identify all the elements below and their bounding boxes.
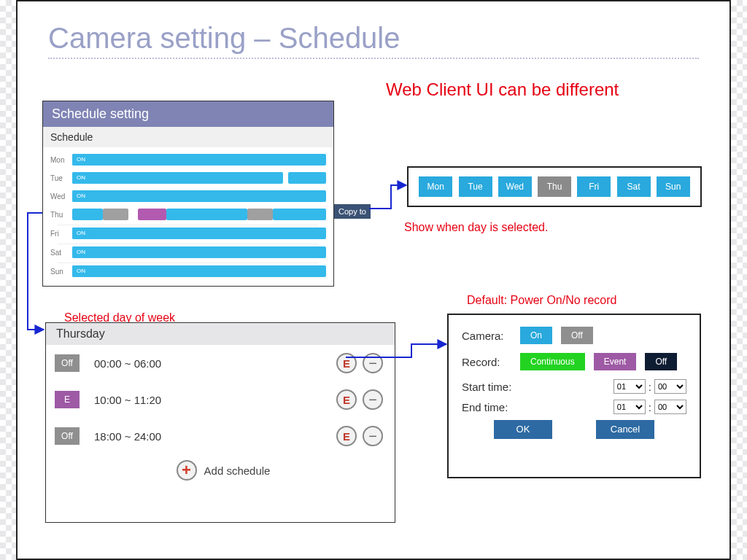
on-badge: ON — [72, 228, 90, 239]
plus-icon: + — [177, 460, 197, 481]
on-badge: ON — [72, 265, 90, 277]
on-badge: ON — [72, 190, 90, 202]
day-label: Sat — [50, 249, 72, 257]
start-hour-select[interactable]: 01 — [614, 379, 646, 394]
timeline-area: Mon ON Tue ON Wed — [43, 147, 333, 286]
slot-time: 10:00 ~ 11:20 — [94, 394, 330, 406]
day-detail-panel: Thursday Off 00:00 ~ 06:00 E − E 10:00 ~… — [45, 322, 395, 523]
schedule-slot: Off 00:00 ~ 06:00 E − — [46, 345, 395, 381]
day-button-sun[interactable]: Sun — [657, 176, 690, 197]
slot-tag: Off — [55, 427, 80, 445]
page-title: Camera setting – Schedule — [48, 22, 699, 55]
on-badge: ON — [72, 154, 90, 166]
copy-to-days-bar: Mon Tue Wed Thu Fri Sat Sun — [407, 166, 702, 207]
record-off-button[interactable]: Off — [645, 353, 677, 370]
day-detail-head: Thursday — [46, 323, 395, 345]
day-button-tue[interactable]: Tue — [459, 176, 492, 197]
copy-to-button[interactable]: Copy to — [334, 204, 371, 219]
camera-on-button[interactable]: On — [520, 327, 552, 344]
camera-off-button[interactable]: Off — [561, 327, 593, 344]
day-button-fri[interactable]: Fri — [577, 176, 611, 197]
day-row-tue[interactable]: Tue ON — [50, 170, 326, 186]
day-button-wed[interactable]: Wed — [498, 176, 532, 197]
slot-tag: E — [55, 391, 80, 408]
day-label: Wed — [50, 192, 72, 201]
end-min-select[interactable]: 00 — [654, 400, 686, 414]
day-button-mon[interactable]: Mon — [419, 176, 452, 197]
slot-remove-button[interactable]: − — [363, 426, 383, 446]
on-badge: ON — [72, 246, 90, 258]
record-label: Record: — [462, 356, 520, 368]
slot-edit-button[interactable]: E — [336, 426, 357, 446]
schedule-slot: Off 18:00 ~ 24:00 E − — [46, 418, 395, 454]
slot-time: 00:00 ~ 06:00 — [94, 357, 330, 370]
day-row-wed[interactable]: Wed ON — [50, 188, 326, 204]
end-time-label: End time: — [462, 401, 527, 413]
record-continuous-button[interactable]: Continuous — [520, 353, 585, 370]
start-min-select[interactable]: 00 — [654, 379, 686, 394]
day-label: Fri — [50, 230, 72, 238]
slot-tag: Off — [55, 354, 80, 372]
day-row-thu[interactable]: Thu — [50, 206, 326, 222]
web-client-note: Web Client UI can be different — [386, 79, 641, 101]
schedule-slot: E 10:00 ~ 11:20 E − — [46, 381, 395, 418]
default-note: Default: Power On/No record — [467, 293, 616, 307]
day-row-sun[interactable]: Sun ON — [50, 263, 326, 279]
slot-remove-button[interactable]: − — [363, 353, 383, 373]
slot-time: 18:00 ~ 24:00 — [94, 430, 330, 443]
show-when-selected-note: Show when day is selected. — [404, 220, 548, 234]
cancel-button[interactable]: Cancel — [596, 420, 654, 439]
ok-button[interactable]: OK — [494, 420, 552, 439]
end-hour-select[interactable]: 01 — [614, 400, 646, 414]
day-label: Sun — [50, 268, 72, 276]
day-button-sat[interactable]: Sat — [617, 176, 651, 197]
day-button-thu[interactable]: Thu — [538, 176, 571, 197]
day-row-sat[interactable]: Sat ON — [50, 244, 326, 260]
schedule-subtitle: Schedule — [43, 127, 333, 147]
day-label: Tue — [50, 174, 72, 182]
day-row-fri[interactable]: Fri ON — [50, 225, 326, 241]
slot-edit-button[interactable]: E — [336, 389, 357, 410]
start-time-label: Start time: — [462, 381, 527, 393]
slot-edit-dialog: Camera: On Off Record: Continuous Event … — [447, 314, 701, 478]
day-label: Mon — [50, 156, 72, 164]
camera-label: Camera: — [462, 330, 520, 342]
slot-edit-button[interactable]: E — [336, 353, 357, 373]
slot-remove-button[interactable]: − — [363, 389, 383, 410]
on-badge: ON — [72, 172, 90, 184]
add-schedule-label: Add schedule — [204, 464, 271, 477]
title-divider — [48, 58, 699, 59]
day-label: Thu — [50, 211, 72, 219]
day-row-mon[interactable]: Mon ON — [50, 152, 326, 168]
add-schedule-row[interactable]: + Add schedule — [46, 454, 395, 486]
schedule-panel-title: Schedule setting — [43, 101, 333, 127]
record-event-button[interactable]: Event — [594, 353, 637, 370]
schedule-panel: Schedule setting Schedule Mon ON Tue — [42, 101, 334, 287]
